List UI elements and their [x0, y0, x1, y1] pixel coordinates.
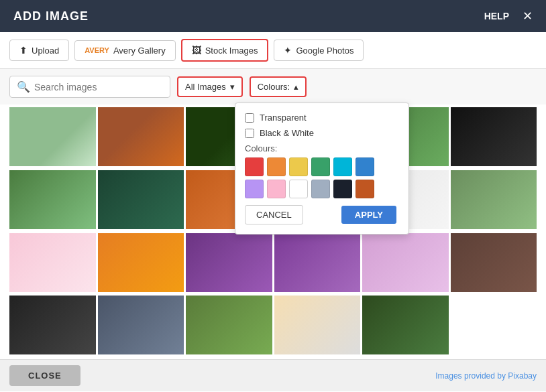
tab-avery-gallery[interactable]: AVERY Avery Gallery: [74, 40, 175, 61]
swatch-light-gray[interactable]: [311, 180, 330, 198]
swatch-pink[interactable]: [267, 180, 286, 198]
apply-button[interactable]: APPLY: [341, 206, 396, 224]
close-x-button[interactable]: ✕: [523, 9, 533, 23]
transparent-option[interactable]: Transparent: [245, 113, 396, 123]
transparent-label: Transparent: [260, 113, 307, 123]
image-thumb-15[interactable]: [98, 233, 184, 292]
tab-google-label: Google Photos: [296, 46, 353, 56]
image-thumb-22[interactable]: [186, 296, 272, 354]
transparent-checkbox[interactable]: [245, 113, 254, 123]
swatch-white[interactable]: [289, 180, 308, 198]
header-actions: HELP ✕: [484, 9, 533, 23]
app-header: ADD IMAGE HELP ✕: [0, 0, 546, 32]
image-thumb-7[interactable]: [9, 170, 96, 229]
tab-google-photos[interactable]: ✦ Google Photos: [274, 40, 364, 61]
colours-label: Colours:: [258, 82, 290, 92]
swatch-blue[interactable]: [356, 157, 374, 176]
image-thumb-1[interactable]: [9, 107, 96, 166]
image-thumb-23[interactable]: [274, 296, 361, 354]
colours-section-label: Colours:: [245, 143, 396, 153]
swatch-red[interactable]: [245, 157, 264, 176]
swatch-light-purple[interactable]: [245, 180, 264, 198]
search-input-wrap[interactable]: 🔍: [9, 76, 170, 98]
colours-filter-button[interactable]: Colours: ▴: [250, 76, 307, 97]
footer: CLOSE Images provided by Pixabay: [0, 359, 546, 391]
close-button[interactable]: CLOSE: [9, 365, 80, 386]
all-images-chevron: ▾: [230, 82, 235, 92]
image-thumb-14[interactable]: [9, 233, 96, 292]
black-white-checkbox[interactable]: [245, 129, 254, 138]
colour-swatches-grid: [245, 157, 396, 198]
avery-icon: AVERY: [85, 46, 109, 54]
image-thumb-13[interactable]: [451, 170, 537, 229]
swatch-cyan[interactable]: [333, 157, 352, 176]
cancel-button[interactable]: CANCEL: [245, 205, 303, 224]
image-thumb-2[interactable]: [98, 107, 184, 166]
dialog-title: ADD IMAGE: [13, 9, 89, 23]
image-thumb-8[interactable]: [98, 170, 184, 229]
swatch-black[interactable]: [333, 180, 352, 198]
all-images-label: All Images: [185, 82, 226, 92]
search-icon: 🔍: [17, 80, 30, 93]
dropdown-actions: CANCEL APPLY: [245, 205, 396, 224]
swatch-orange[interactable]: [267, 157, 286, 176]
tabs-bar: ⬆ Upload AVERY Avery Gallery 🖼 Stock Ima…: [0, 32, 546, 69]
all-images-filter[interactable]: All Images ▾: [177, 76, 243, 97]
search-bar-row: 🔍 All Images ▾ Colours: ▴ Transparent Bl…: [0, 69, 546, 105]
swatch-yellow[interactable]: [289, 157, 308, 176]
stock-images-icon: 🖼: [192, 45, 201, 56]
image-thumb-20[interactable]: [9, 296, 96, 354]
swatch-green[interactable]: [311, 157, 330, 176]
tab-stock-images[interactable]: 🖼 Stock Images: [181, 39, 269, 62]
black-white-label: Black & White: [260, 128, 314, 138]
tab-upload-label: Upload: [32, 46, 59, 56]
image-thumb-24[interactable]: [362, 296, 449, 354]
tab-upload[interactable]: ⬆ Upload: [9, 40, 69, 61]
pixabay-credit: Images provided by Pixabay: [435, 371, 537, 381]
tab-avery-label: Avery Gallery: [113, 46, 166, 56]
image-thumb-6[interactable]: [451, 107, 537, 166]
black-white-option[interactable]: Black & White: [245, 128, 396, 138]
search-input[interactable]: [34, 82, 163, 92]
image-thumb-19[interactable]: [451, 233, 537, 292]
image-thumb-18[interactable]: [362, 233, 449, 292]
swatch-brown[interactable]: [356, 180, 374, 198]
colour-dropdown: Transparent Black & White Colours: CANCE…: [235, 103, 409, 235]
tab-stock-label: Stock Images: [205, 46, 258, 56]
image-thumb-21[interactable]: [98, 296, 184, 354]
image-thumb-16[interactable]: [186, 233, 272, 292]
image-thumb-17[interactable]: [274, 233, 361, 292]
upload-icon: ⬆: [19, 45, 28, 56]
google-icon: ✦: [284, 45, 292, 56]
colours-chevron: ▴: [294, 82, 298, 92]
help-button[interactable]: HELP: [484, 11, 509, 21]
